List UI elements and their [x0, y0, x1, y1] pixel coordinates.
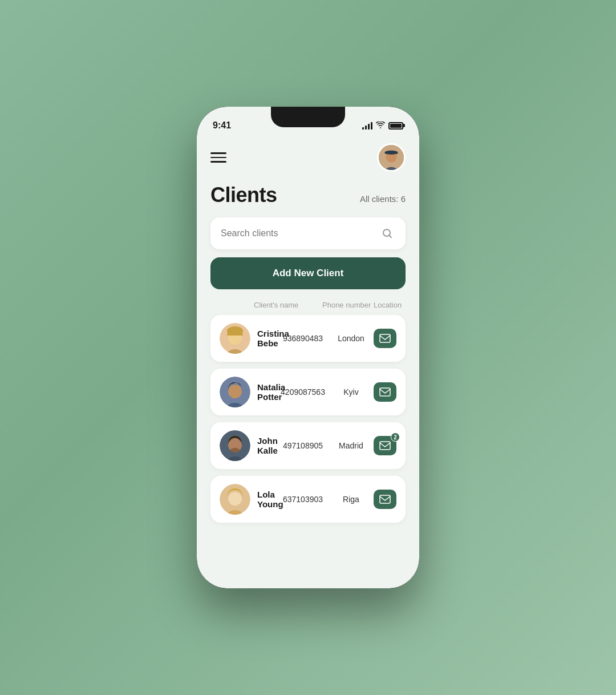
client-list: Cristina Bebe 936890483 London Natalia P…	[210, 315, 406, 523]
svg-rect-10	[380, 334, 390, 342]
client-location: Riga	[335, 495, 367, 504]
status-time: 9:41	[213, 120, 231, 131]
client-name: Cristina Bebe	[257, 329, 270, 348]
search-input[interactable]	[221, 228, 379, 239]
client-row[interactable]: John Kalle 497108905 Madrid 2	[210, 422, 406, 469]
client-avatar	[220, 430, 250, 461]
hamburger-line-3	[210, 161, 226, 163]
client-phone: 936890483	[277, 334, 329, 343]
wifi-icon	[376, 122, 385, 130]
email-badge: 2	[391, 433, 400, 442]
client-avatar	[220, 484, 250, 515]
client-location: Kyiv	[335, 387, 367, 397]
hamburger-line-1	[210, 152, 226, 154]
notch	[271, 107, 345, 127]
client-name: Lola Young	[257, 490, 270, 509]
signal-icon	[362, 122, 372, 130]
client-row[interactable]: Natalia Potter 4209087563 Kyiv	[210, 369, 406, 415]
email-button[interactable]: 2	[374, 436, 396, 455]
svg-point-22	[228, 492, 242, 506]
page-title: Clients	[210, 183, 277, 207]
header	[210, 141, 406, 172]
app-content: Clients All clients: 6 Add New Client Cl…	[197, 136, 419, 588]
battery-icon	[388, 122, 403, 130]
svg-point-18	[230, 448, 240, 452]
svg-rect-4	[385, 151, 398, 153]
email-button[interactable]	[374, 490, 396, 509]
user-avatar[interactable]	[377, 143, 406, 172]
add-new-client-button[interactable]: Add New Client	[210, 257, 406, 289]
client-count: All clients: 6	[360, 194, 406, 207]
title-row: Clients All clients: 6	[210, 183, 406, 207]
client-location: Madrid	[335, 441, 367, 450]
phone-screen: 9:41	[197, 107, 419, 588]
client-phone: 497108905	[277, 441, 329, 450]
th-location: Location	[374, 301, 396, 309]
svg-rect-14	[380, 388, 390, 396]
client-row[interactable]: Lola Young 637103903 Riga	[210, 476, 406, 523]
email-button[interactable]	[374, 329, 396, 348]
status-icons	[362, 122, 403, 130]
svg-rect-23	[380, 495, 390, 503]
th-client-name: Client's name	[220, 301, 322, 309]
client-avatar	[220, 323, 250, 354]
phone-frame: 9:41	[197, 107, 419, 588]
client-phone: 4209087563	[277, 387, 329, 397]
client-phone: 637103903	[277, 495, 329, 504]
th-phone: Phone number	[322, 301, 374, 309]
search-bar	[210, 217, 406, 249]
client-location: London	[335, 334, 367, 343]
table-header: Client's name Phone number Location	[210, 301, 406, 315]
search-button[interactable]	[379, 225, 395, 241]
client-name: Natalia Potter	[257, 382, 270, 402]
client-row[interactable]: Cristina Bebe 936890483 London	[210, 315, 406, 362]
hamburger-menu[interactable]	[210, 152, 226, 163]
client-name: John Kalle	[257, 436, 270, 455]
client-avatar	[220, 377, 250, 407]
email-button[interactable]	[374, 382, 396, 402]
svg-point-13	[228, 385, 242, 398]
hamburger-line-2	[210, 157, 226, 159]
svg-rect-19	[380, 442, 390, 450]
